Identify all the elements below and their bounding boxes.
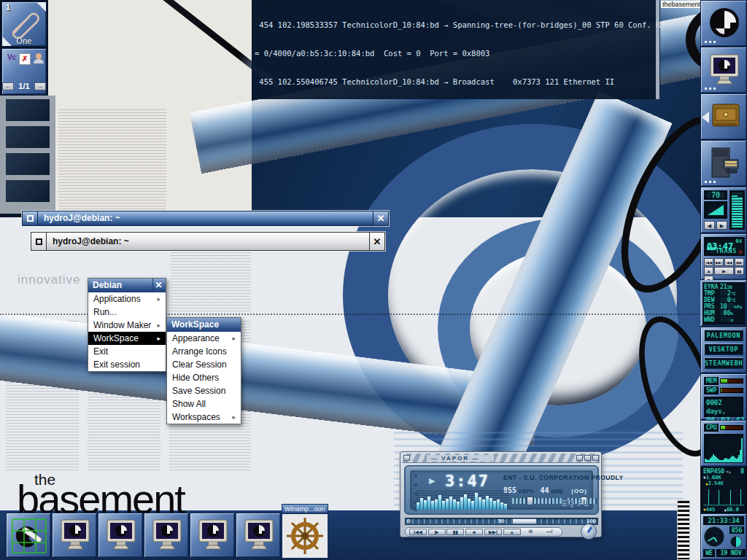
miniwindow-tool[interactable]	[6, 513, 51, 558]
next-button[interactable]: ▶▶|	[484, 529, 502, 535]
miniwindow-terminal-1[interactable]	[52, 513, 97, 558]
mixer-wedge-box[interactable]	[704, 201, 727, 219]
workspace-submenu-titlebar[interactable]: WorkSpace	[167, 318, 241, 332]
graph-bar	[504, 504, 507, 510]
pager-prev-button[interactable]: ←	[2, 82, 14, 90]
volume-slider[interactable]	[512, 498, 562, 504]
pause-button[interactable]: ▮▮	[446, 529, 464, 535]
dock-tile-wmaker[interactable]	[700, 0, 747, 47]
graph-bar	[705, 505, 706, 505]
seek-thumb[interactable]	[512, 518, 537, 524]
menu-item-arrange-icons[interactable]: Arrange Icons	[167, 345, 241, 358]
dock-tile-cdplayer[interactable]: 03:47 04 *8 TRANS ↻ |◀◀ ▶▶| ◀◀ ▶▶ ▲ ▶ ▮▮…	[700, 233, 747, 280]
workspace-clip[interactable]: 1 One	[1, 1, 47, 47]
user-icon[interactable]	[33, 53, 44, 65]
pager-dockapp[interactable]: Vc ✗ ← 1/1 →	[1, 48, 47, 95]
previous-button[interactable]: |◀◀	[409, 529, 427, 535]
miniwindow-terminal-5[interactable]	[236, 513, 281, 558]
menu-item-exit-session[interactable]: Exit session	[88, 358, 166, 371]
vc-icon[interactable]: Vc	[6, 53, 18, 65]
miniwindow-winamp[interactable]	[282, 513, 328, 559]
cd-eject-button[interactable]: ▲	[704, 267, 713, 275]
titlebar-unfocused[interactable]: hydroJ@debian: ~ ✕	[31, 232, 385, 251]
launcher-steamwebhelper[interactable]: STEAMWEBH	[704, 357, 743, 369]
wallpaper-text-column	[58, 109, 166, 211]
menu-item-exit[interactable]: Exit	[88, 345, 166, 358]
submenu-arrow-icon: ▸	[232, 332, 236, 345]
weather-station: EYKA	[704, 284, 720, 290]
graph-bar	[438, 495, 441, 510]
titlebar-focused[interactable]: hydroJ@debian: ~ ✕	[22, 211, 389, 226]
stop-button[interactable]: ■	[465, 529, 483, 535]
mixer-next-button[interactable]: ▶	[716, 221, 727, 230]
dock-tile-terminal[interactable]	[700, 47, 747, 93]
playlist-button[interactable]: PL	[577, 498, 589, 507]
winamp-titlebar[interactable]: — VAPOR —	[402, 454, 600, 463]
launcher-vesktop[interactable]: VESKTOP	[704, 343, 743, 355]
menu-close-button[interactable]: ✕	[152, 279, 164, 292]
dock-tile-drawer[interactable]	[700, 93, 747, 140]
graph-bar	[468, 499, 471, 510]
dock-tile-memory[interactable]: MEM SWP 0002 days, 06:03:42	[700, 373, 747, 420]
fade-icon[interactable]: —/	[541, 529, 558, 535]
vis-mode-icon[interactable]: ılı	[522, 529, 539, 535]
menu-item-hide-others[interactable]: Hide Others	[167, 371, 241, 384]
winamp-shade-button[interactable]	[584, 455, 591, 461]
menu-item-workspace[interactable]: WorkSpace▸	[88, 332, 166, 345]
eject-button[interactable]: ▲	[503, 529, 521, 535]
dock-tile-mixer[interactable]: 8708 ◀ ▶	[700, 187, 747, 233]
dock-tile-clock[interactable]: 21:33:34 856 WE 19 NOV	[700, 513, 747, 560]
cd-play-button[interactable]: ▶	[714, 267, 734, 275]
paperclip-icon	[7, 9, 43, 39]
pager-next-button[interactable]: →	[34, 82, 46, 90]
dock-tile-network[interactable]: ENP4S0 ▼ ▲ 8 ▼1.68K ▲2.54K ▼445 ▲66.0	[700, 467, 747, 513]
menu-item-workspaces[interactable]: Workspaces▸	[167, 411, 241, 424]
dock-tile-weather[interactable]: EYKA2120 TMP882°C DEW880°C PRS1088hPa HU…	[700, 280, 747, 327]
dock-tile-filemanager[interactable]	[700, 140, 747, 187]
cd-ffwd-button[interactable]: ▶▶	[735, 258, 744, 266]
vu-segment	[732, 203, 738, 205]
cd-prev-button[interactable]: |◀◀	[704, 258, 713, 266]
volume-thumb[interactable]	[527, 497, 533, 505]
drawer-arrow-icon[interactable]	[702, 112, 709, 123]
cd-rew-button[interactable]: ◀◀	[724, 258, 734, 266]
winamp-player[interactable]: — VAPOR — ▶ 3:47 ENT - S.U. CORPORATION …	[400, 451, 602, 537]
root-menu-titlebar[interactable]: Debian ✕	[88, 279, 166, 292]
cd-next-button[interactable]: ▶▶|	[714, 258, 724, 266]
wallpaper-thebasement-label: thebasement	[661, 1, 702, 8]
close-button[interactable]: ✕	[369, 233, 384, 250]
menu-item-run[interactable]: Run...	[88, 306, 166, 319]
miniwindow-terminal-4[interactable]	[190, 513, 235, 558]
menu-item-clear-session[interactable]: Clear Session	[167, 358, 241, 371]
launcher-palemoon[interactable]: PALEMOON	[704, 330, 743, 341]
menu-item-appearance[interactable]: Appearance▸	[167, 332, 241, 345]
terminal-scrollbar[interactable]	[656, 0, 659, 99]
miniwindow-winamp-label[interactable]: Winamp...oon	[282, 504, 328, 513]
cd-pause-button[interactable]: ▮▮	[735, 267, 744, 275]
menu-title: WorkSpace	[171, 318, 236, 332]
seek-bar[interactable]: 0 50 100	[405, 518, 598, 525]
miniaturize-button[interactable]	[23, 211, 38, 225]
document-x-icon[interactable]: ✗	[19, 53, 31, 65]
winamp-close-button[interactable]	[592, 455, 599, 461]
ship-wheel-icon	[285, 516, 325, 556]
miniwindow-terminal-3[interactable]	[144, 513, 189, 558]
menu-item-window-maker[interactable]: Window Maker▸	[88, 319, 166, 332]
dock-tile-cpu[interactable]: CPU	[700, 420, 747, 467]
moon-phase-icon	[730, 536, 742, 548]
winamp-minimize-button[interactable]	[576, 455, 583, 461]
miniaturize-button[interactable]	[31, 233, 47, 250]
menu-item-save-session[interactable]: Save Session	[167, 384, 241, 397]
miniwindow-terminal-2[interactable]	[98, 513, 143, 558]
shuttle-knob[interactable]	[581, 524, 597, 540]
winamp-track-title[interactable]: ENT - S.U. CORPORATION PROUDLY	[503, 474, 600, 481]
eq-button[interactable]: EQ	[561, 498, 574, 507]
mixer-prev-button[interactable]: ◀	[704, 221, 715, 230]
menu-item-applications[interactable]: Applications▸	[88, 292, 166, 306]
close-button[interactable]: ✕	[373, 211, 388, 225]
winamp-menu-button[interactable]	[403, 455, 410, 461]
play-button[interactable]: ▶	[428, 529, 446, 535]
terminal-window[interactable]: 454 102.198533357 TechnicolorD_10:84:bd …	[252, 0, 660, 99]
menu-item-show-all[interactable]: Show All	[167, 397, 241, 411]
graph-bar	[486, 496, 489, 510]
